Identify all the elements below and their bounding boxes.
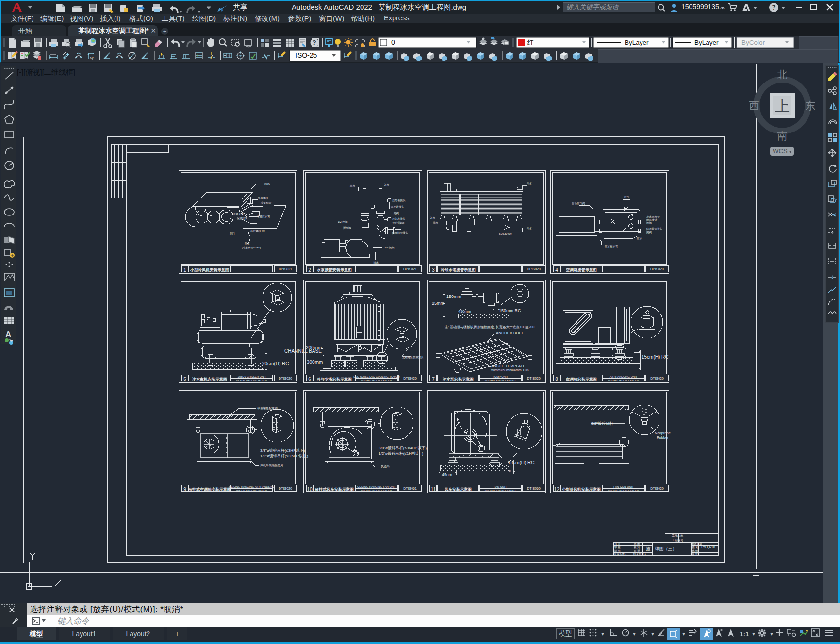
- svg-text:空调箱接管示意图: 空调箱接管示意图: [566, 267, 597, 272]
- svg-text:15cm(H) RC: 15cm(H) RC: [508, 460, 535, 465]
- svg-text:泄水阀: 泄水阀: [343, 226, 351, 230]
- svg-text:INSTALLATION LAYOUT: INSTALLATION LAYOUT: [361, 379, 393, 382]
- svg-text:风车安装示意图: 风车安装示意图: [444, 487, 472, 492]
- svg-text:冷凝排水管: 冷凝排水管: [257, 215, 270, 218]
- svg-text:DTIS061: DTIS061: [403, 487, 417, 490]
- svg-text:比 例: 比 例: [692, 549, 698, 553]
- svg-text:206EV CHILLER UNIT: 206EV CHILLER UNIT: [238, 375, 266, 378]
- svg-text:CEILING HANGING FAN UNIT: CEILING HANGING FAN UNIT: [357, 485, 396, 488]
- svg-text:南: 南: [777, 130, 788, 141]
- svg-text:25mm: 25mm: [432, 301, 444, 306]
- svg-text:注: 基础须与楼板以膨胀螺栓固定, 长宽各大于底座100至2: 注: 基础须与楼板以膨胀螺栓固定, 长宽各大于底座100至200: [445, 325, 534, 329]
- svg-text:INSTALLATION LAYOUT: INSTALLATION LAYOUT: [361, 489, 393, 492]
- svg-text:Neoprene: Neoprene: [655, 431, 671, 435]
- svg-text:3/4"闸阀: 3/4"闸阀: [384, 246, 395, 249]
- svg-text:FAN UNIT: FAN UNIT: [494, 485, 507, 488]
- svg-text:DPIS021: DPIS021: [279, 267, 292, 271]
- svg-text:红: 红: [527, 39, 534, 46]
- svg-text:小型冷风机安装示意图: 小型冷风机安装示意图: [190, 267, 229, 272]
- svg-text:ByColor: ByColor: [741, 39, 765, 46]
- svg-text:冷凝水管: 冷凝水管: [233, 213, 244, 216]
- svg-text:DTIS020: DTIS020: [403, 377, 417, 380]
- svg-text:SUS30400: SUS30400: [499, 232, 512, 235]
- svg-text:4: 4: [555, 267, 558, 273]
- svg-text:回风: 回风: [264, 182, 270, 186]
- svg-text:闸阀: 闸阀: [646, 231, 652, 234]
- svg-text:防震软管接头: 防震软管接头: [646, 227, 663, 231]
- svg-text:入水: 入水: [430, 216, 436, 219]
- svg-text:DPIS020: DPIS020: [527, 267, 541, 271]
- svg-text:冰水主机安装示意图: 冰水主机安装示意图: [192, 377, 227, 381]
- svg-text:DTIS020: DTIS020: [279, 377, 292, 380]
- svg-text:吊杆螺栓4只: 吊杆螺栓4只: [250, 230, 265, 233]
- svg-text:6: 6: [308, 377, 311, 382]
- svg-text:5: 5: [183, 377, 186, 382]
- svg-text:冷却水塔接管示意图: 冷却水塔接管示意图: [441, 268, 476, 272]
- svg-text:INSTALLATION LAYOUT: INSTALLATION LAYOUT: [608, 379, 640, 382]
- svg-text:校 对: 校 对: [633, 546, 640, 549]
- svg-text:2: 2: [308, 267, 311, 273]
- svg-text:排水存水弯: 排水存水弯: [605, 245, 618, 248]
- svg-text:出水: 出水: [527, 227, 532, 230]
- svg-text:9: 9: [183, 487, 186, 492]
- svg-text:DTIS020: DTIS020: [527, 377, 541, 380]
- svg-text:吊装螺栓: 吊装螺栓: [258, 197, 269, 200]
- svg-text:12: 12: [554, 487, 560, 492]
- svg-text:施工详图（三）: 施工详图（三）: [646, 546, 677, 551]
- svg-text:ByLayer: ByLayer: [625, 39, 649, 46]
- svg-text:ByLayer: ByLayer: [694, 39, 719, 46]
- svg-text:DPIS020: DPIS020: [650, 267, 664, 271]
- svg-text:Y型过滤器: Y型过滤器: [392, 221, 405, 225]
- svg-text:排水: 排水: [637, 237, 642, 240]
- svg-text:冷却水塔安装示意图: 冷却水塔安装示意图: [317, 377, 352, 381]
- svg-text:11: 11: [431, 487, 436, 492]
- svg-text:1: 1: [183, 267, 186, 273]
- svg-text:INSTALLATION LAYOUT: INSTALLATION LAYOUT: [608, 489, 640, 492]
- svg-text:冷媒配管: 冷媒配管: [261, 201, 272, 205]
- svg-text:7: 7: [432, 377, 435, 382]
- svg-text:闸阀: 闸阀: [646, 221, 652, 225]
- svg-text:水泵接管安装示意图: 水泵接管安装示意图: [316, 267, 352, 272]
- svg-text:工程编号: 工程编号: [672, 538, 683, 542]
- svg-text:A: A: [5, 330, 11, 339]
- svg-text:专业负责人: 专业负责人: [614, 553, 627, 556]
- svg-text:东: 东: [806, 100, 816, 111]
- svg-text:DTIS060: DTIS060: [527, 487, 541, 490]
- svg-text:200mm: 200mm: [306, 345, 322, 350]
- svg-text:制 图: 制 图: [614, 549, 621, 553]
- svg-text:工程名称: 工程名称: [672, 534, 683, 538]
- svg-text:10: 10: [307, 487, 313, 492]
- svg-text:排气: 排气: [624, 196, 630, 198]
- svg-text:INSTALLATION LAYOUT: INSTALLATION LAYOUT: [236, 379, 268, 382]
- svg-text:小型冷风机安装示意图: 小型冷风机安装示意图: [561, 487, 601, 492]
- svg-text:保温软管: 保温软管: [237, 217, 248, 220]
- svg-text:FL: FL: [509, 470, 512, 473]
- svg-text:20cm(H) RC: 20cm(H) RC: [262, 361, 289, 366]
- svg-text:空调箱安装示意图: 空调箱安装示意图: [566, 377, 597, 381]
- svg-text:排水: 排水: [433, 221, 439, 224]
- svg-text:出水: 出水: [527, 182, 532, 185]
- svg-text:DTIS020: DTIS020: [650, 377, 664, 380]
- svg-text:1/2"ø镀锌吊杆(≤3.5HP以上): 1/2"ø镀锌吊杆(≤3.5HP以上): [260, 454, 308, 458]
- svg-text:50mm×50mm×4mm THK: 50mm×50mm×4mm THK: [491, 368, 529, 372]
- svg-text:ANGLE TEMPLATE: ANGLE TEMPLATE: [491, 364, 526, 368]
- svg-text:排水: 排水: [245, 242, 250, 245]
- svg-text:吊挂式空调箱安装示意图: 吊挂式空调箱安装示意图: [188, 487, 231, 492]
- svg-text:风机吊装隔振垫片: 风机吊装隔振垫片: [260, 463, 283, 467]
- svg-text:CEILING HANGING AIR HANDLING: CEILING HANGING AIR HANDLING: [229, 485, 275, 488]
- svg-text:150mm: 150mm: [446, 294, 461, 299]
- svg-text:防震软管接头: 防震软管接头: [392, 231, 409, 235]
- svg-text:审 核: 审 核: [614, 546, 621, 549]
- svg-text:排水: 排水: [373, 261, 379, 264]
- svg-text:风口: 风口: [230, 232, 235, 235]
- svg-text:DPIS021: DPIS021: [403, 267, 417, 271]
- svg-text:技术负责人: 技术负责人: [633, 553, 647, 556]
- svg-text:冰水泵安装示意图: 冰水泵安装示意图: [443, 377, 474, 381]
- svg-text:0: 0: [391, 38, 395, 46]
- svg-text:闸阀: 闸阀: [394, 212, 399, 215]
- svg-text:150mm RC: 150mm RC: [499, 308, 521, 313]
- svg-text:(冷凝水管4L/50): (冷凝水管4L/50): [242, 246, 261, 249]
- svg-text:描 图: 描 图: [634, 543, 640, 546]
- svg-text:吊挂式风车安装示意图: 吊挂式风车安装示意图: [315, 487, 354, 492]
- svg-text:入水: 入水: [384, 183, 390, 186]
